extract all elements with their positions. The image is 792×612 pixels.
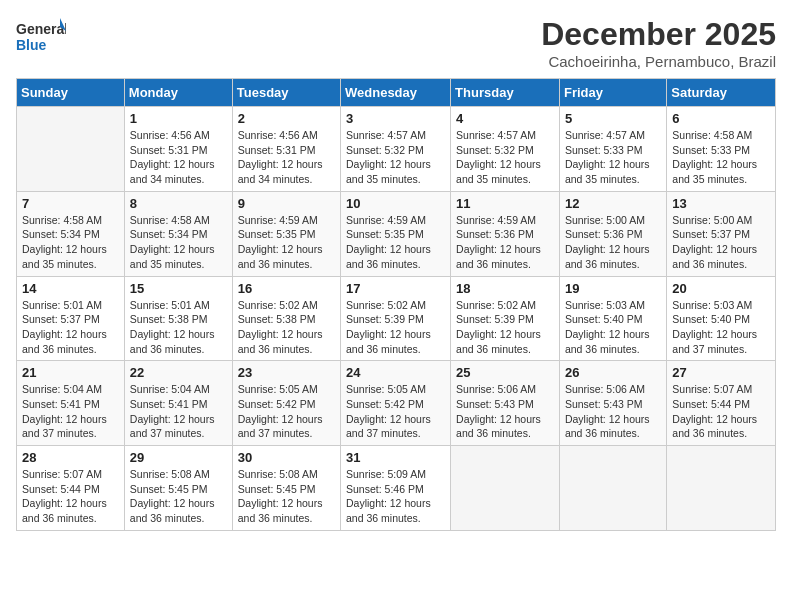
day-number: 5 bbox=[565, 111, 661, 126]
day-number: 19 bbox=[565, 281, 661, 296]
day-number: 30 bbox=[238, 450, 335, 465]
calendar-cell: 6Sunrise: 4:58 AM Sunset: 5:33 PM Daylig… bbox=[667, 107, 776, 192]
calendar-cell: 7Sunrise: 4:58 AM Sunset: 5:34 PM Daylig… bbox=[17, 191, 125, 276]
logo: General Blue bbox=[16, 16, 66, 61]
day-info: Sunrise: 5:02 AM Sunset: 5:39 PM Dayligh… bbox=[346, 298, 445, 357]
day-info: Sunrise: 5:06 AM Sunset: 5:43 PM Dayligh… bbox=[456, 382, 554, 441]
calendar-cell: 25Sunrise: 5:06 AM Sunset: 5:43 PM Dayli… bbox=[451, 361, 560, 446]
calendar-cell bbox=[17, 107, 125, 192]
col-header-wednesday: Wednesday bbox=[341, 79, 451, 107]
svg-text:General: General bbox=[16, 21, 66, 37]
col-header-monday: Monday bbox=[124, 79, 232, 107]
calendar-cell: 5Sunrise: 4:57 AM Sunset: 5:33 PM Daylig… bbox=[559, 107, 666, 192]
day-info: Sunrise: 5:02 AM Sunset: 5:39 PM Dayligh… bbox=[456, 298, 554, 357]
day-number: 6 bbox=[672, 111, 770, 126]
week-row-5: 28Sunrise: 5:07 AM Sunset: 5:44 PM Dayli… bbox=[17, 446, 776, 531]
calendar-cell: 24Sunrise: 5:05 AM Sunset: 5:42 PM Dayli… bbox=[341, 361, 451, 446]
day-info: Sunrise: 4:56 AM Sunset: 5:31 PM Dayligh… bbox=[238, 128, 335, 187]
calendar-cell: 23Sunrise: 5:05 AM Sunset: 5:42 PM Dayli… bbox=[232, 361, 340, 446]
calendar-cell: 18Sunrise: 5:02 AM Sunset: 5:39 PM Dayli… bbox=[451, 276, 560, 361]
calendar-cell: 16Sunrise: 5:02 AM Sunset: 5:38 PM Dayli… bbox=[232, 276, 340, 361]
day-info: Sunrise: 4:57 AM Sunset: 5:32 PM Dayligh… bbox=[346, 128, 445, 187]
day-info: Sunrise: 4:57 AM Sunset: 5:32 PM Dayligh… bbox=[456, 128, 554, 187]
calendar-cell: 17Sunrise: 5:02 AM Sunset: 5:39 PM Dayli… bbox=[341, 276, 451, 361]
day-number: 21 bbox=[22, 365, 119, 380]
calendar-cell: 8Sunrise: 4:58 AM Sunset: 5:34 PM Daylig… bbox=[124, 191, 232, 276]
calendar-cell: 30Sunrise: 5:08 AM Sunset: 5:45 PM Dayli… bbox=[232, 446, 340, 531]
day-number: 1 bbox=[130, 111, 227, 126]
calendar-cell: 21Sunrise: 5:04 AM Sunset: 5:41 PM Dayli… bbox=[17, 361, 125, 446]
day-number: 15 bbox=[130, 281, 227, 296]
day-info: Sunrise: 5:03 AM Sunset: 5:40 PM Dayligh… bbox=[565, 298, 661, 357]
day-number: 17 bbox=[346, 281, 445, 296]
calendar-table: SundayMondayTuesdayWednesdayThursdayFrid… bbox=[16, 78, 776, 531]
calendar-cell: 15Sunrise: 5:01 AM Sunset: 5:38 PM Dayli… bbox=[124, 276, 232, 361]
month-title: December 2025 bbox=[541, 16, 776, 53]
calendar-cell bbox=[451, 446, 560, 531]
calendar-cell: 26Sunrise: 5:06 AM Sunset: 5:43 PM Dayli… bbox=[559, 361, 666, 446]
calendar-cell: 20Sunrise: 5:03 AM Sunset: 5:40 PM Dayli… bbox=[667, 276, 776, 361]
svg-text:Blue: Blue bbox=[16, 37, 47, 53]
calendar-cell: 4Sunrise: 4:57 AM Sunset: 5:32 PM Daylig… bbox=[451, 107, 560, 192]
day-number: 9 bbox=[238, 196, 335, 211]
day-info: Sunrise: 5:05 AM Sunset: 5:42 PM Dayligh… bbox=[346, 382, 445, 441]
day-info: Sunrise: 4:59 AM Sunset: 5:36 PM Dayligh… bbox=[456, 213, 554, 272]
day-info: Sunrise: 4:58 AM Sunset: 5:33 PM Dayligh… bbox=[672, 128, 770, 187]
calendar-cell: 10Sunrise: 4:59 AM Sunset: 5:35 PM Dayli… bbox=[341, 191, 451, 276]
day-info: Sunrise: 5:05 AM Sunset: 5:42 PM Dayligh… bbox=[238, 382, 335, 441]
day-number: 20 bbox=[672, 281, 770, 296]
day-info: Sunrise: 4:56 AM Sunset: 5:31 PM Dayligh… bbox=[130, 128, 227, 187]
day-info: Sunrise: 5:03 AM Sunset: 5:40 PM Dayligh… bbox=[672, 298, 770, 357]
day-info: Sunrise: 5:08 AM Sunset: 5:45 PM Dayligh… bbox=[238, 467, 335, 526]
calendar-cell: 9Sunrise: 4:59 AM Sunset: 5:35 PM Daylig… bbox=[232, 191, 340, 276]
calendar-cell: 12Sunrise: 5:00 AM Sunset: 5:36 PM Dayli… bbox=[559, 191, 666, 276]
day-info: Sunrise: 4:59 AM Sunset: 5:35 PM Dayligh… bbox=[238, 213, 335, 272]
day-number: 2 bbox=[238, 111, 335, 126]
calendar-cell: 28Sunrise: 5:07 AM Sunset: 5:44 PM Dayli… bbox=[17, 446, 125, 531]
day-info: Sunrise: 5:07 AM Sunset: 5:44 PM Dayligh… bbox=[672, 382, 770, 441]
calendar-cell: 14Sunrise: 5:01 AM Sunset: 5:37 PM Dayli… bbox=[17, 276, 125, 361]
day-number: 22 bbox=[130, 365, 227, 380]
logo-svg: General Blue bbox=[16, 16, 66, 61]
title-block: December 2025 Cachoeirinha, Pernambuco, … bbox=[541, 16, 776, 70]
col-header-thursday: Thursday bbox=[451, 79, 560, 107]
week-row-4: 21Sunrise: 5:04 AM Sunset: 5:41 PM Dayli… bbox=[17, 361, 776, 446]
week-row-1: 1Sunrise: 4:56 AM Sunset: 5:31 PM Daylig… bbox=[17, 107, 776, 192]
day-info: Sunrise: 5:04 AM Sunset: 5:41 PM Dayligh… bbox=[22, 382, 119, 441]
calendar-cell: 29Sunrise: 5:08 AM Sunset: 5:45 PM Dayli… bbox=[124, 446, 232, 531]
calendar-cell: 2Sunrise: 4:56 AM Sunset: 5:31 PM Daylig… bbox=[232, 107, 340, 192]
day-number: 28 bbox=[22, 450, 119, 465]
calendar-cell: 19Sunrise: 5:03 AM Sunset: 5:40 PM Dayli… bbox=[559, 276, 666, 361]
calendar-cell bbox=[667, 446, 776, 531]
day-number: 29 bbox=[130, 450, 227, 465]
calendar-cell: 1Sunrise: 4:56 AM Sunset: 5:31 PM Daylig… bbox=[124, 107, 232, 192]
week-row-2: 7Sunrise: 4:58 AM Sunset: 5:34 PM Daylig… bbox=[17, 191, 776, 276]
day-info: Sunrise: 5:08 AM Sunset: 5:45 PM Dayligh… bbox=[130, 467, 227, 526]
day-info: Sunrise: 4:58 AM Sunset: 5:34 PM Dayligh… bbox=[130, 213, 227, 272]
day-info: Sunrise: 5:09 AM Sunset: 5:46 PM Dayligh… bbox=[346, 467, 445, 526]
page-header: General Blue December 2025 Cachoeirinha,… bbox=[16, 16, 776, 70]
day-info: Sunrise: 5:02 AM Sunset: 5:38 PM Dayligh… bbox=[238, 298, 335, 357]
day-number: 11 bbox=[456, 196, 554, 211]
day-info: Sunrise: 4:58 AM Sunset: 5:34 PM Dayligh… bbox=[22, 213, 119, 272]
week-row-3: 14Sunrise: 5:01 AM Sunset: 5:37 PM Dayli… bbox=[17, 276, 776, 361]
calendar-cell: 11Sunrise: 4:59 AM Sunset: 5:36 PM Dayli… bbox=[451, 191, 560, 276]
calendar-cell: 27Sunrise: 5:07 AM Sunset: 5:44 PM Dayli… bbox=[667, 361, 776, 446]
header-row: SundayMondayTuesdayWednesdayThursdayFrid… bbox=[17, 79, 776, 107]
day-number: 3 bbox=[346, 111, 445, 126]
location-subtitle: Cachoeirinha, Pernambuco, Brazil bbox=[541, 53, 776, 70]
calendar-cell: 31Sunrise: 5:09 AM Sunset: 5:46 PM Dayli… bbox=[341, 446, 451, 531]
day-info: Sunrise: 4:57 AM Sunset: 5:33 PM Dayligh… bbox=[565, 128, 661, 187]
day-info: Sunrise: 5:07 AM Sunset: 5:44 PM Dayligh… bbox=[22, 467, 119, 526]
calendar-cell: 13Sunrise: 5:00 AM Sunset: 5:37 PM Dayli… bbox=[667, 191, 776, 276]
day-info: Sunrise: 5:00 AM Sunset: 5:36 PM Dayligh… bbox=[565, 213, 661, 272]
day-number: 16 bbox=[238, 281, 335, 296]
day-number: 13 bbox=[672, 196, 770, 211]
col-header-tuesday: Tuesday bbox=[232, 79, 340, 107]
day-info: Sunrise: 5:04 AM Sunset: 5:41 PM Dayligh… bbox=[130, 382, 227, 441]
calendar-cell bbox=[559, 446, 666, 531]
day-number: 8 bbox=[130, 196, 227, 211]
day-info: Sunrise: 5:01 AM Sunset: 5:37 PM Dayligh… bbox=[22, 298, 119, 357]
day-number: 26 bbox=[565, 365, 661, 380]
day-number: 12 bbox=[565, 196, 661, 211]
